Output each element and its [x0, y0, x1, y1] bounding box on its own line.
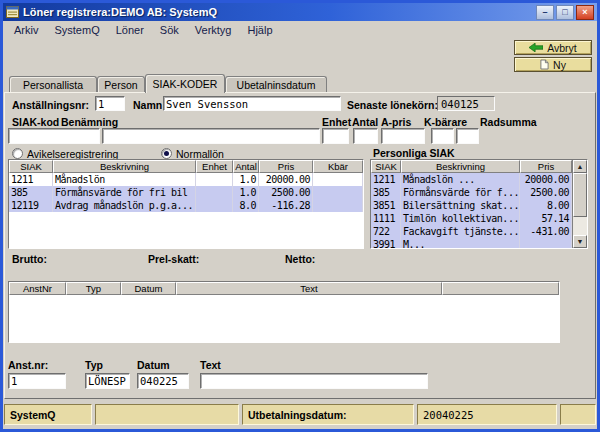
new-document-icon: [540, 59, 549, 70]
personliga-siak-grid-header: SIAK Beskrivning Pris: [371, 160, 572, 173]
apris-input[interactable]: [381, 128, 425, 144]
col-antal[interactable]: Antal: [233, 160, 259, 173]
tab-personallista[interactable]: Personallista: [9, 76, 97, 92]
datum-input[interactable]: [137, 373, 189, 389]
window-controls: – □ ×: [536, 5, 594, 20]
statusbar-empty-2: [560, 404, 596, 425]
senaste-lonekorn-label: Senaste lönekörn:: [347, 99, 438, 111]
col-beskrivning[interactable]: Beskrivning: [53, 160, 196, 173]
anstnr-bottom-label: Anst.nr:: [8, 359, 48, 371]
benamning-input[interactable]: [102, 128, 320, 144]
antal-input[interactable]: [353, 128, 378, 144]
col-beskrivning[interactable]: Beskrivning: [401, 160, 520, 173]
antal-label: Antal: [352, 116, 378, 128]
col-siak[interactable]: SIAK: [9, 160, 53, 173]
menu-hjalp[interactable]: Hjälp: [240, 23, 279, 37]
history-grid[interactable]: AnstNr Typ Datum Text: [8, 281, 560, 343]
scrollbar-thumb[interactable]: [573, 173, 587, 217]
col-kbar[interactable]: Kbär: [313, 160, 363, 173]
kbarare-input-2[interactable]: [456, 128, 479, 144]
table-row[interactable]: 722 Fackavgift tjänste... -431.00: [371, 225, 572, 238]
menu-sok[interactable]: Sök: [153, 23, 186, 37]
table-row[interactable]: 1111 Timlön kollektivan... 57.14: [371, 212, 572, 225]
table-row[interactable]: 3991 M...: [371, 238, 572, 249]
personliga-siak-label: Personliga SIAK: [373, 147, 455, 159]
radsumma-label: Radsumma: [480, 116, 537, 128]
menu-loner[interactable]: Löner: [109, 23, 151, 37]
col-datum[interactable]: Datum: [121, 282, 176, 295]
statusbar-utbetalningsdatum-value: 20040225: [417, 404, 557, 425]
personliga-siak-grid[interactable]: SIAK Beskrivning Pris 1211 Månadslön ...…: [370, 159, 588, 249]
apris-label: A-pris: [381, 116, 411, 128]
anstallningsnr-input[interactable]: [95, 96, 125, 111]
kbarare-input-1[interactable]: [431, 128, 454, 144]
table-row[interactable]: 1211 Månadslön ... 20000.00: [371, 173, 572, 186]
typ-input[interactable]: [85, 373, 130, 389]
avvikelseregistrering-radio[interactable]: [12, 148, 23, 159]
col-typ[interactable]: Typ: [66, 282, 121, 295]
table-row[interactable]: 3851 Bilersättning skat... 8.00: [371, 199, 572, 212]
kbarare-label: K-bärare: [424, 116, 467, 128]
tab-ubetalninsdatum[interactable]: Ubetalninsdatum: [225, 76, 327, 92]
col-text[interactable]: Text: [176, 282, 442, 295]
enhet-input[interactable]: [322, 128, 349, 144]
menu-bar: Arkiv SystemQ Löner Sök Verktyg Hjälp: [3, 21, 597, 38]
title-bar: Löner registrera:DEMO AB: SystemQ – □ ×: [3, 3, 597, 21]
tab-siak-koder[interactable]: SIAK-KODER: [145, 74, 225, 93]
statusbar-empty-1: [95, 404, 239, 425]
anstallningsnr-label: Anställningsnr:: [12, 99, 89, 111]
datum-label: Datum: [137, 359, 170, 371]
benamning-label: Benämning: [61, 116, 118, 128]
typ-label: Typ: [85, 359, 103, 371]
menu-arkiv[interactable]: Arkiv: [7, 23, 45, 37]
ny-button[interactable]: Ny: [514, 57, 592, 72]
col-pris[interactable]: Pris: [259, 160, 313, 173]
history-grid-header: AnstNr Typ Datum Text: [9, 282, 559, 295]
table-row[interactable]: 12119 Avdrag månadslön p.g.a... 8.0 -116…: [9, 199, 363, 212]
app-icon: [6, 6, 19, 18]
scroll-up-icon[interactable]: ▲: [573, 160, 587, 173]
normallon-radio[interactable]: [161, 148, 172, 159]
anstnr-bottom-input[interactable]: [8, 373, 66, 389]
table-row[interactable]: 1211 Månadslön 1.0 20000.00: [9, 173, 363, 186]
col-anstnr[interactable]: AnstNr: [9, 282, 66, 295]
col-blank[interactable]: [442, 282, 559, 295]
netto-label: Netto:: [285, 253, 315, 265]
menu-verktyg[interactable]: Verktyg: [188, 23, 239, 37]
col-siak[interactable]: SIAK: [371, 160, 401, 173]
minimize-button[interactable]: –: [536, 5, 554, 20]
col-enhet[interactable]: Enhet: [196, 160, 233, 173]
app-window: Löner registrera:DEMO AB: SystemQ – □ × …: [0, 0, 600, 432]
back-arrow-icon: [529, 43, 543, 52]
senaste-lonekorn-value: 040125: [437, 96, 495, 111]
namn-input[interactable]: [163, 96, 341, 111]
statusbar-systemq: SystemQ: [4, 404, 92, 425]
table-row[interactable]: 385 Förmånsvärde för f... 2500.00: [371, 186, 572, 199]
avbryt-label: Avbryt: [547, 42, 577, 54]
enhet-label: Enhet: [322, 116, 351, 128]
window-title: Löner registrera:DEMO AB: SystemQ: [23, 6, 532, 18]
siak-kod-input[interactable]: [8, 128, 100, 144]
avbryt-button[interactable]: Avbryt: [514, 40, 592, 55]
siak-kod-label: SIAK-kod: [12, 116, 59, 128]
lonerader-grid[interactable]: SIAK Beskrivning Enhet Antal Pris Kbär 1…: [8, 159, 364, 249]
close-button[interactable]: ×: [576, 5, 594, 20]
table-row[interactable]: 385 Förmånsvärde för fri bil 1.0 2500.00: [9, 186, 363, 199]
col-pris[interactable]: Pris: [520, 160, 572, 173]
prel-skatt-label: Prel-skatt:: [148, 253, 199, 265]
tab-person[interactable]: Person: [97, 76, 145, 92]
scroll-down-icon[interactable]: ▼: [573, 235, 587, 248]
text-label: Text: [200, 359, 221, 371]
vertical-scrollbar[interactable]: ▲ ▼: [572, 160, 587, 248]
namn-label: Namn: [133, 99, 162, 111]
maximize-button[interactable]: □: [556, 5, 574, 20]
statusbar-utbetalningsdatum-label: Utbetalningsdatum:: [242, 404, 414, 425]
ny-label: Ny: [553, 59, 566, 71]
lonerader-grid-header: SIAK Beskrivning Enhet Antal Pris Kbär: [9, 160, 363, 173]
menu-systemq[interactable]: SystemQ: [47, 23, 106, 37]
text-input[interactable]: [200, 373, 428, 389]
brutto-label: Brutto:: [12, 253, 47, 265]
